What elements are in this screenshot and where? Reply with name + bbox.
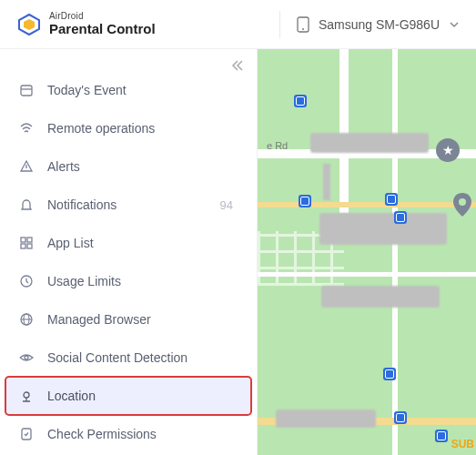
subway-label: SUB — [451, 438, 474, 450]
bus-stop-icon[interactable] — [385, 193, 398, 206]
bell-icon — [18, 197, 35, 212]
bus-stop-icon[interactable] — [394, 211, 407, 224]
globe-icon — [18, 312, 35, 327]
svg-point-16 — [24, 392, 29, 398]
svg-rect-7 — [21, 238, 25, 242]
sidebar-item-label: Check Permissions — [47, 427, 238, 441]
sidebar-item-label: App List — [47, 236, 238, 250]
map-view[interactable]: e Rd ★ SUB — [258, 49, 476, 455]
svg-rect-8 — [27, 238, 32, 242]
sidebar-item-label: Alerts — [47, 159, 238, 174]
star-pin-icon[interactable]: ★ — [436, 138, 460, 162]
sidebar-item-check-permissions[interactable]: Check Permissions — [0, 415, 257, 453]
svg-rect-4 — [21, 86, 32, 96]
signal-icon — [18, 121, 35, 136]
map-pin-icon[interactable] — [452, 193, 472, 217]
bus-stop-icon[interactable] — [435, 430, 448, 442]
sidebar-item-label: Social Content Detection — [47, 350, 238, 365]
clock-limit-icon — [18, 274, 35, 288]
svg-point-18 — [459, 198, 466, 206]
sidebar-item-alerts[interactable]: Alerts — [0, 147, 257, 186]
sidebar-item-label: Remote operations — [47, 121, 238, 136]
location-icon — [18, 389, 35, 403]
sidebar-item-managed-browser[interactable]: Managed Browser — [0, 300, 257, 339]
brand: AirDroid Parental Control — [16, 12, 156, 37]
map-blurred-label — [310, 133, 429, 153]
sidebar-item-todays-event[interactable]: Today's Event — [0, 71, 257, 109]
brand-logo-icon — [16, 12, 42, 37]
road-label: e Rd — [267, 140, 288, 151]
map-blurred-label — [323, 164, 330, 200]
sidebar-item-notifications[interactable]: Notifications 94 — [0, 186, 257, 224]
svg-rect-9 — [21, 244, 25, 248]
sidebar-item-label: Usage Limits — [47, 274, 238, 288]
sidebar-item-label: Location — [47, 389, 238, 403]
map-road — [392, 49, 398, 455]
bus-stop-icon[interactable] — [394, 411, 407, 424]
grid-icon — [18, 236, 35, 250]
notification-count-badge: 94 — [220, 198, 238, 212]
brand-text: AirDroid Parental Control — [49, 12, 156, 35]
bus-stop-icon[interactable] — [299, 195, 311, 207]
map-road — [258, 202, 476, 207]
calendar-icon — [18, 83, 35, 97]
map-blurred-label — [276, 410, 376, 428]
header: AirDroid Parental Control Samsung SM-G98… — [0, 0, 476, 49]
sidebar-item-label: Managed Browser — [47, 312, 238, 327]
alert-icon — [18, 159, 35, 174]
sidebar-item-usage-limits[interactable]: Usage Limits — [0, 262, 257, 300]
sidebar-item-label: Notifications — [47, 197, 208, 212]
sidebar-item-label: Today's Event — [47, 83, 238, 97]
sidebar: Today's Event Remote operations Alerts N… — [0, 49, 258, 455]
device-icon — [297, 16, 309, 33]
chevron-down-icon — [449, 19, 460, 30]
bus-stop-icon[interactable] — [383, 368, 396, 380]
sidebar-item-remote-operations[interactable]: Remote operations — [0, 109, 257, 147]
svg-marker-1 — [24, 19, 35, 30]
brand-title: Parental Control — [49, 22, 156, 36]
map-road — [339, 49, 349, 213]
sidebar-item-location[interactable]: Location — [5, 377, 251, 415]
svg-rect-10 — [27, 244, 32, 248]
svg-point-3 — [302, 28, 304, 30]
bus-stop-icon[interactable] — [294, 95, 307, 107]
eye-icon — [18, 350, 35, 365]
svg-point-15 — [25, 356, 28, 359]
device-selector[interactable]: Samsung SM-G986U — [279, 11, 460, 38]
permissions-icon — [18, 427, 35, 441]
content: Today's Event Remote operations Alerts N… — [0, 49, 476, 455]
device-name: Samsung SM-G986U — [319, 17, 440, 32]
sidebar-item-social-content-detection[interactable]: Social Content Detection — [0, 339, 257, 377]
map-blurred-label — [319, 213, 447, 245]
sidebar-item-app-list[interactable]: App List — [0, 224, 257, 262]
map-blurred-label — [321, 286, 440, 308]
